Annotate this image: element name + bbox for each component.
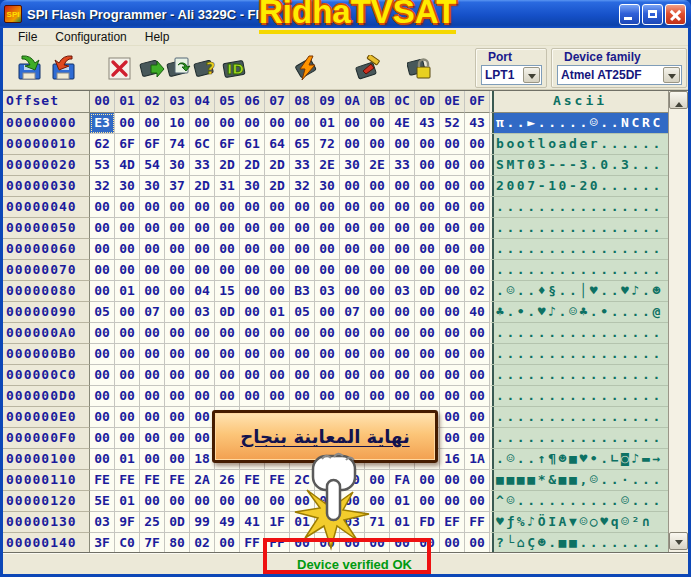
hex-byte-cell[interactable]: 00	[440, 218, 465, 239]
hex-byte-cell[interactable]: 00	[115, 407, 140, 428]
blank-check-button[interactable]: ?	[193, 55, 219, 81]
hex-byte-cell[interactable]: 00	[90, 239, 115, 260]
hex-byte-cell[interactable]: 00	[115, 344, 140, 365]
hex-byte-cell[interactable]: 25	[140, 512, 165, 533]
vertical-scrollbar[interactable]	[668, 91, 688, 552]
hex-byte-cell[interactable]: 00	[340, 260, 365, 281]
hex-byte-cell[interactable]: 2D	[265, 155, 290, 176]
hex-byte-cell[interactable]: 00	[440, 428, 465, 449]
hex-byte-cell[interactable]: 2D	[240, 155, 265, 176]
ascii-cell[interactable]: ^☺..........☺...	[490, 491, 668, 512]
hex-byte-cell[interactable]: 00	[215, 344, 240, 365]
hex-byte-cell[interactable]: 62	[90, 134, 115, 155]
hex-byte-cell[interactable]: 00	[440, 533, 465, 552]
hex-byte-cell[interactable]: 00	[140, 428, 165, 449]
hex-byte-cell[interactable]: 00	[465, 428, 490, 449]
hex-byte-cell[interactable]: 43	[465, 113, 490, 134]
hex-byte-cell[interactable]: 00	[115, 428, 140, 449]
hex-byte-cell[interactable]: FF	[240, 533, 265, 552]
ascii-cell[interactable]: ................	[490, 218, 668, 239]
hex-byte-cell[interactable]: 00	[365, 281, 390, 302]
hex-byte-cell[interactable]: 4E	[390, 113, 415, 134]
hex-byte-cell[interactable]: C0	[115, 533, 140, 552]
minimize-button[interactable]	[619, 4, 640, 25]
hex-byte-cell[interactable]: 00	[90, 386, 115, 407]
hex-byte-cell[interactable]: 2D	[265, 176, 290, 197]
hex-byte-cell[interactable]: 00	[165, 323, 190, 344]
hex-byte-cell[interactable]: 00	[140, 260, 165, 281]
hex-byte-cell[interactable]: 00	[465, 218, 490, 239]
hex-byte-cell[interactable]: 00	[390, 239, 415, 260]
hex-byte-cell[interactable]: 00	[440, 302, 465, 323]
hex-byte-cell[interactable]: 02	[190, 533, 215, 552]
hex-byte-cell[interactable]: 00	[240, 260, 265, 281]
hex-byte-cell[interactable]: 00	[240, 218, 265, 239]
hex-byte-cell[interactable]: 33	[190, 155, 215, 176]
hex-byte-cell[interactable]: 00	[465, 533, 490, 552]
hex-byte-cell[interactable]: FE	[265, 470, 290, 491]
hex-byte-cell[interactable]: 99	[190, 512, 215, 533]
read-id-button[interactable]: ID	[222, 55, 248, 81]
ascii-cell[interactable]: SMT03---3.0.3...	[490, 155, 668, 176]
hex-byte-cell[interactable]: 74	[165, 134, 190, 155]
hex-byte-cell[interactable]: 00	[340, 323, 365, 344]
hex-byte-cell[interactable]: 00	[465, 260, 490, 281]
hex-byte-cell[interactable]: 00	[115, 218, 140, 239]
hex-byte-cell[interactable]: 03	[90, 512, 115, 533]
hex-byte-cell[interactable]: 00	[465, 386, 490, 407]
hex-byte-cell[interactable]: 00	[90, 449, 115, 470]
hex-byte-cell[interactable]: 00	[90, 407, 115, 428]
hex-byte-cell[interactable]: 00	[265, 281, 290, 302]
scroll-up-button[interactable]	[669, 91, 688, 109]
hex-byte-cell[interactable]: 00	[240, 386, 265, 407]
hex-byte-cell[interactable]: 00	[190, 239, 215, 260]
hex-byte-cell[interactable]: 00	[440, 365, 465, 386]
hex-byte-cell[interactable]: 00	[165, 365, 190, 386]
ascii-cell[interactable]: π..►.....☺..NCRC	[490, 113, 668, 134]
hex-byte-cell[interactable]: 1A	[465, 449, 490, 470]
hex-byte-cell[interactable]: 03	[315, 281, 340, 302]
hex-byte-cell[interactable]: 00	[440, 344, 465, 365]
verify-device-button[interactable]	[166, 55, 192, 81]
hex-byte-cell[interactable]: 00	[390, 197, 415, 218]
ascii-cell[interactable]: ................	[490, 323, 668, 344]
hex-byte-cell[interactable]: 00	[365, 113, 390, 134]
hex-byte-cell[interactable]: 00	[440, 323, 465, 344]
hex-byte-cell[interactable]: 00	[265, 344, 290, 365]
hex-byte-cell[interactable]: 00	[90, 428, 115, 449]
hex-byte-cell[interactable]: 00	[290, 239, 315, 260]
hex-byte-cell[interactable]: 1F	[265, 512, 290, 533]
ascii-cell[interactable]: 2007-10-20......	[490, 176, 668, 197]
hex-byte-cell[interactable]: 00	[165, 428, 190, 449]
hex-byte-cell[interactable]: 00	[290, 365, 315, 386]
hex-byte-cell[interactable]: 01	[115, 449, 140, 470]
ascii-cell[interactable]: ................	[490, 260, 668, 281]
hex-byte-cell[interactable]: 00	[140, 407, 165, 428]
hex-byte-cell[interactable]: 00	[265, 386, 290, 407]
hex-byte-cell[interactable]: 00	[90, 218, 115, 239]
hex-byte-cell[interactable]: 2A	[190, 470, 215, 491]
hex-byte-cell[interactable]: 00	[240, 113, 265, 134]
hex-byte-cell[interactable]: 00	[265, 239, 290, 260]
ascii-cell[interactable]: ■■■■*&■■,☺..·...	[490, 470, 668, 491]
protect-device-button[interactable]	[407, 55, 433, 81]
hex-byte-cell[interactable]: 00	[465, 323, 490, 344]
hex-byte-cell[interactable]: 10	[165, 113, 190, 134]
hex-byte-cell[interactable]: 00	[115, 113, 140, 134]
hex-byte-cell[interactable]: 00	[265, 218, 290, 239]
hex-byte-cell[interactable]: 00	[340, 281, 365, 302]
hex-byte-cell[interactable]: 00	[340, 134, 365, 155]
hex-byte-cell[interactable]: 00	[315, 323, 340, 344]
erase-chip-button[interactable]	[355, 55, 381, 81]
chevron-down-icon[interactable]	[523, 67, 540, 83]
hex-byte-cell[interactable]: 00	[340, 365, 365, 386]
hex-byte-cell[interactable]: 00	[415, 302, 440, 323]
port-select[interactable]: LPT1	[481, 65, 542, 85]
hex-byte-cell[interactable]: 00	[265, 113, 290, 134]
hex-byte-cell[interactable]: FE	[90, 470, 115, 491]
hex-byte-cell[interactable]: 00	[165, 302, 190, 323]
hex-byte-cell[interactable]: 00	[190, 260, 215, 281]
hex-byte-cell[interactable]: 00	[290, 218, 315, 239]
hex-byte-cell[interactable]: 00	[315, 197, 340, 218]
hex-byte-cell[interactable]: 00	[140, 386, 165, 407]
